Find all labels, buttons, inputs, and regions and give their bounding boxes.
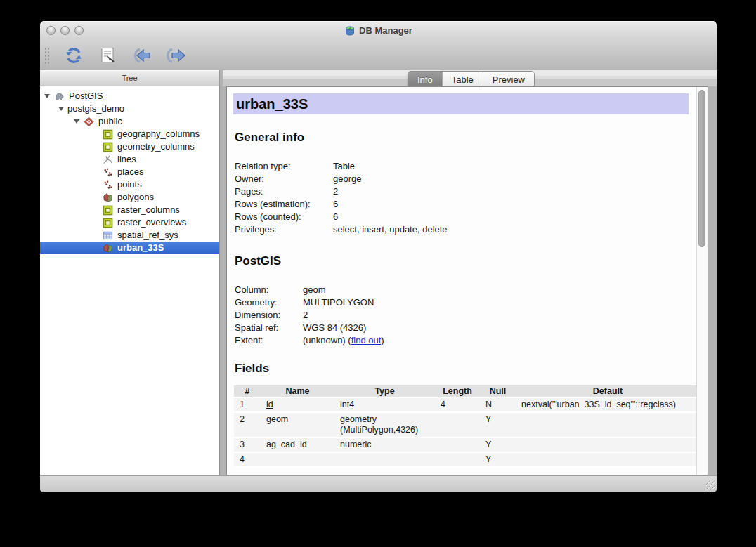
fields-cell (334, 453, 435, 468)
fields-cell: 3 (234, 438, 261, 453)
info-value: (unknown) (303, 334, 346, 347)
disclosure-triangle-icon[interactable] (74, 119, 79, 124)
tree-item-public[interactable]: public (40, 115, 219, 128)
fields-table-header: #NameTypeLengthNullDefault (234, 385, 697, 398)
info-label: Column: (235, 284, 303, 296)
scrollbar-thumb[interactable] (698, 90, 705, 247)
resize-grip[interactable] (706, 481, 715, 490)
tree-item-label: geometry_columns (117, 140, 195, 153)
tree-panel-header[interactable]: Tree (40, 70, 220, 86)
schema-icon (83, 116, 94, 127)
status-bar (40, 475, 717, 492)
title-area: DB Manager (40, 21, 717, 40)
tab-preview[interactable]: Preview (483, 72, 534, 87)
fields-table-row: 4Y (234, 453, 697, 468)
fields-cell: id (261, 398, 334, 413)
info-row: Spatial ref:WGS 84 (4326) (235, 322, 697, 334)
fields-table-row: 2geomgeometry (MultiPolygon,4326)Y (234, 413, 697, 438)
info-value: geom (303, 284, 326, 296)
fields-table: #NameTypeLengthNullDefault 1idint44Nnext… (234, 385, 697, 468)
fields-cell (516, 413, 697, 438)
info-row: Rows (counted):6 (235, 211, 697, 223)
tree-item-label: points (117, 178, 142, 191)
geometry-table-icon (102, 204, 113, 216)
polygon-layer-icon (102, 242, 113, 253)
titlebar[interactable]: DB Manager (40, 21, 717, 41)
toolbar (40, 40, 717, 71)
tree-item-label: polygons (117, 191, 154, 204)
fields-cell: 4 (234, 453, 261, 468)
tab-table[interactable]: Table (443, 72, 483, 87)
tree-item-geography_columns[interactable]: geography_columns (40, 128, 219, 140)
points-layer-icon (102, 166, 113, 178)
tree-item-points[interactable]: points (40, 178, 219, 191)
tree-item-label: postgis_demo (67, 103, 124, 115)
fields-cell: ag_cad_id (261, 438, 334, 453)
info-label: Rows (estimation): (235, 198, 333, 211)
fields-cell: 4 (435, 398, 480, 413)
import-layer-button[interactable] (129, 44, 153, 67)
fields-cell (516, 453, 697, 468)
info-value: 6 (333, 198, 338, 211)
postgis-heading: PostGIS (235, 254, 697, 268)
attribute-table-icon (102, 230, 113, 241)
tree-item-urban_33S[interactable]: urban_33S (40, 242, 219, 254)
info-row: Dimension:2 (235, 309, 697, 322)
info-value: george (333, 173, 361, 185)
tree-item-places[interactable]: places (40, 166, 219, 178)
fields-cell: 1 (234, 398, 261, 413)
table-title: urban_33S (233, 93, 689, 114)
tree-item-raster_columns[interactable]: raster_columns (40, 204, 219, 216)
tab-info[interactable]: Info (408, 72, 443, 87)
tree-item-postgis_demo[interactable]: postgis_demo (40, 103, 219, 115)
tree-item-lines[interactable]: lines (40, 153, 219, 166)
info-row: Column:geom (235, 284, 697, 296)
tree-item-polygons[interactable]: polygons (40, 191, 219, 204)
find-out-link[interactable]: find out (351, 334, 382, 347)
fields-column-header: Name (261, 385, 334, 398)
tree-item-label: spatial_ref_sys (117, 229, 178, 242)
desktop-background: DB Manager (0, 0, 756, 547)
info-label: Owner: (235, 173, 333, 185)
info-row: Rows (estimation):6 (235, 198, 697, 211)
points-layer-icon (102, 179, 113, 190)
fields-column-header: Length (435, 385, 480, 398)
disclosure-triangle-icon[interactable] (58, 107, 64, 111)
export-layer-button[interactable] (163, 44, 187, 67)
info-row: Extent:(unknown) (find out) (235, 334, 697, 347)
fields-cell (435, 413, 480, 438)
fields-cell: Y (480, 438, 516, 453)
fields-cell: nextval('"urban_33S_id_seq"'::regclass) (516, 398, 697, 413)
refresh-button[interactable] (62, 44, 86, 67)
tree-item-label: public (98, 115, 122, 128)
tree-item-spatial_ref_sys[interactable]: spatial_ref_sys (40, 229, 219, 242)
tree-item-label: geography_columns (117, 128, 200, 140)
geometry-table-icon (102, 217, 113, 228)
fields-cell: numeric (334, 438, 435, 453)
info-content: urban_33S General info Relation type:Tab… (227, 87, 697, 475)
export-layer-icon (164, 46, 185, 65)
disclosure-triangle-icon[interactable] (44, 94, 50, 98)
sql-window-button[interactable] (96, 44, 119, 67)
main-area: InfoTablePreview Tree PostGISpostgis_dem… (40, 70, 717, 476)
info-label: Pages: (235, 185, 333, 198)
tree-item-geometry_columns[interactable]: geometry_columns (40, 140, 219, 153)
fields-cell: geometry (MultiPolygon,4326) (334, 413, 435, 438)
tree-view[interactable]: PostGISpostgis_demopublicgeography_colum… (40, 86, 220, 476)
tree-item-PostGIS[interactable]: PostGIS (40, 90, 219, 103)
general-info-heading: General info (235, 131, 697, 145)
info-value: select, insert, update, delete (333, 223, 448, 236)
fields-column-header: Default (516, 385, 697, 398)
vertical-scrollbar[interactable] (696, 87, 708, 475)
info-value: 6 (333, 211, 338, 223)
primary-key-field-link: id (266, 400, 273, 409)
db-manager-window: DB Manager (40, 21, 717, 492)
fields-cell (435, 438, 480, 453)
tree-item-raster_overviews[interactable]: raster_overviews (40, 216, 219, 229)
fields-heading: Fields (235, 362, 697, 376)
fields-cell: N (480, 398, 516, 413)
fields-column-header: Type (334, 385, 435, 398)
toolbar-drag-handle[interactable] (44, 46, 50, 65)
postgis-icon (53, 91, 65, 102)
fields-table-row: 3ag_cad_idnumericY (234, 438, 697, 453)
